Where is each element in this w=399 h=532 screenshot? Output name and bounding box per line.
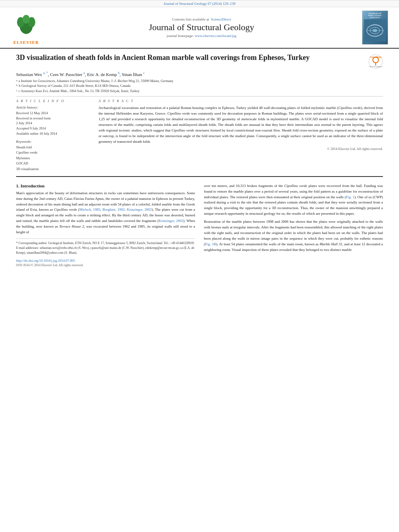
keywords-label: Keywords:	[16, 140, 90, 144]
affiliation-2: b b Geological Survey of Canada, 211–615…	[16, 83, 383, 88]
corresponding-author-note: * Corresponding author. Geological Insti…	[16, 241, 195, 246]
article-info-label: A R T I C L E I N F O	[16, 99, 90, 103]
article-history: Article history: Received 12 May 2014 Re…	[16, 105, 90, 136]
science-direct-line: Contents lists available at ScienceDirec…	[172, 17, 231, 21]
journal-cover-image: JOURNAL OFSTRUCTURALGEOLOGY	[362, 10, 388, 45]
body-two-column: 1. Introduction Man's appreciation of th…	[16, 183, 383, 267]
homepage-link[interactable]: www.elsevier.com/locate/jsg	[195, 34, 236, 38]
main-content: 3D visualization of sheath folds in Anci…	[0, 49, 399, 532]
author-super-1: a, *	[43, 71, 48, 75]
keywords-section: Keywords: Sheath fold Cipollino verde My…	[16, 140, 90, 172]
journal-main-title: Journal of Structural Geology	[149, 22, 254, 33]
keyword-5: 3D visualization	[16, 166, 90, 172]
accepted-date: Accepted 9 July 2014	[16, 126, 90, 131]
received-date: Received 12 May 2014	[16, 111, 90, 116]
copyright-line: 0191-8141/© 2014 Elsevier Ltd. All right…	[16, 263, 195, 267]
body-right-column: over ten meters, and 10,313 broken fragm…	[204, 183, 383, 267]
intro-paragraph-1: Man's appreciation of the beauty of defo…	[16, 191, 195, 236]
journal-citation: Journal of Structural Geology 67 (2014) …	[0, 2, 399, 6]
keyword-1: Sheath fold	[16, 145, 90, 150]
right-paragraph-2: Restoration of the marble plates between…	[204, 219, 383, 253]
abstract-column: A B S T R A C T Archaeological excavatio…	[99, 99, 383, 172]
right-paragraph-1: over ten meters, and 10,313 broken fragm…	[204, 183, 383, 217]
revised-date: 2 July 2014	[16, 121, 90, 126]
online-date: Available online 18 July 2014	[16, 131, 90, 136]
doi-link[interactable]: http://dx.doi.org/10.1016/j.jsg.2014.07.…	[16, 259, 195, 263]
affiliation-1: a a Institute for Geosciences, Johannes …	[16, 78, 383, 84]
article-title-section: 3D visualization of sheath folds in Anci…	[16, 53, 383, 69]
top-citation-bar: Journal of Structural Geology 67 (2014) …	[0, 0, 399, 7]
affiliations: a a Institute for Geosciences, Johannes …	[16, 78, 383, 94]
author-super-2: a	[84, 71, 85, 75]
svg-point-4	[23, 15, 30, 24]
article-info-abstract: A R T I C L E I N F O Article history: R…	[16, 99, 383, 172]
article-title: 3D visualization of sheath folds in Anci…	[16, 53, 368, 62]
history-label: Article history:	[16, 105, 90, 109]
authors-line: Sebastian Wex a, *, Cees W. Passchier a,…	[16, 71, 383, 77]
elsevier-logo-area: ELSEVIER	[8, 10, 44, 45]
footnote-area: * Corresponding author. Geological Insti…	[16, 238, 195, 255]
homepage-prefix: journal homepage:	[167, 34, 195, 38]
email-note: E-mail addresses: sebastian.wex@erdw.eth…	[16, 246, 195, 255]
page: Journal of Structural Geology 67 (2014) …	[0, 0, 399, 532]
journal-cover-area: JOURNAL OFSTRUCTURALGEOLOGY	[359, 10, 391, 45]
journal-title-area: Contents lists available at ScienceDirec…	[48, 10, 355, 45]
abstract-label: A B S T R A C T	[99, 99, 383, 103]
crossmark-badge[interactable]: CrossMark click for updates	[368, 54, 383, 69]
journal-header: ELSEVIER Contents lists available at Sci…	[0, 7, 399, 49]
journal-homepage-line: journal homepage: www.elsevier.com/locat…	[167, 34, 237, 38]
svg-text:click for updates: click for updates	[369, 66, 382, 68]
science-direct-link[interactable]: ScienceDirect	[211, 17, 231, 21]
svg-text:CrossMark: CrossMark	[370, 56, 382, 58]
keyword-2: Cipollino verde	[16, 150, 90, 156]
divider-1	[16, 96, 383, 97]
keyword-4: GOCAD	[16, 161, 90, 166]
author-super-3: b	[118, 71, 119, 75]
abstract-text: Archaeological excavations and restorati…	[99, 105, 383, 145]
article-info-column: A R T I C L E I N F O Article history: R…	[16, 99, 90, 172]
body-left-column: 1. Introduction Man's appreciation of th…	[16, 183, 195, 267]
science-direct-prefix: Contents lists available at	[172, 17, 209, 21]
abstract-copyright: © 2014 Elsevier Ltd. All rights reserved…	[99, 147, 383, 151]
keyword-3: Mylonites	[16, 156, 90, 161]
introduction-heading: 1. Introduction	[16, 183, 195, 188]
elsevier-logo	[10, 11, 42, 39]
elsevier-tree-icon	[14, 15, 38, 35]
section-divider	[16, 176, 383, 177]
cover-illustration	[364, 19, 386, 41]
affiliation-3: c c Arıusturyı Kazı Evi, Atatürk Mah., 1…	[16, 88, 383, 94]
elsevier-wordmark: ELSEVIER	[13, 40, 39, 45]
author-super-4: c	[143, 71, 145, 75]
revised-label: Received in revised form	[16, 116, 90, 121]
